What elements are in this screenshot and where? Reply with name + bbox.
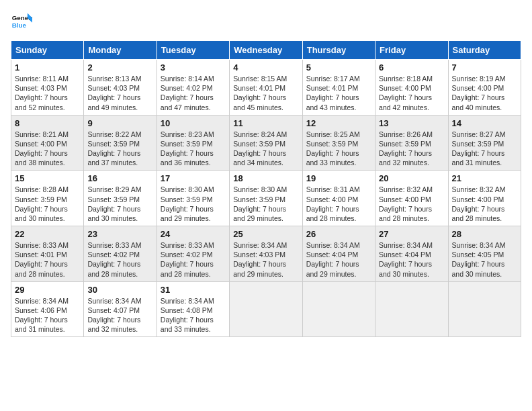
day-info: Sunrise: 8:22 AM Sunset: 3:59 PM Dayligh… <box>87 130 152 168</box>
day-number: 14 <box>452 118 517 128</box>
day-number: 24 <box>161 229 226 239</box>
day-cell-14: 14Sunrise: 8:27 AM Sunset: 3:59 PM Dayli… <box>448 115 521 171</box>
day-header-tuesday: Tuesday <box>157 41 229 60</box>
day-number: 19 <box>306 173 371 183</box>
day-info: Sunrise: 8:31 AM Sunset: 4:00 PM Dayligh… <box>306 185 371 223</box>
day-number: 16 <box>87 173 152 183</box>
day-number: 1 <box>15 62 80 73</box>
day-number: 7 <box>452 62 517 73</box>
day-header-thursday: Thursday <box>302 41 375 60</box>
day-number: 23 <box>87 229 152 239</box>
empty-cell <box>230 281 302 337</box>
day-info: Sunrise: 8:14 AM Sunset: 4:02 PM Dayligh… <box>161 74 226 112</box>
calendar-table: SundayMondayTuesdayWednesdayThursdayFrid… <box>11 40 521 337</box>
day-info: Sunrise: 8:21 AM Sunset: 4:00 PM Dayligh… <box>15 130 80 168</box>
day-header-friday: Friday <box>375 41 448 60</box>
day-info: Sunrise: 8:34 AM Sunset: 4:04 PM Dayligh… <box>379 240 444 279</box>
week-row-1: 1Sunrise: 8:11 AM Sunset: 4:03 PM Daylig… <box>11 60 521 116</box>
day-cell-25: 25Sunrise: 8:34 AM Sunset: 4:03 PM Dayli… <box>230 226 302 282</box>
day-info: Sunrise: 8:25 AM Sunset: 3:59 PM Dayligh… <box>306 130 371 168</box>
day-cell-22: 22Sunrise: 8:33 AM Sunset: 4:01 PM Dayli… <box>11 226 84 282</box>
day-number: 18 <box>233 173 298 183</box>
day-info: Sunrise: 8:34 AM Sunset: 4:07 PM Dayligh… <box>87 296 152 334</box>
day-info: Sunrise: 8:33 AM Sunset: 4:02 PM Dayligh… <box>87 240 152 279</box>
day-info: Sunrise: 8:17 AM Sunset: 4:01 PM Dayligh… <box>306 74 371 112</box>
day-info: Sunrise: 8:28 AM Sunset: 3:59 PM Dayligh… <box>15 185 80 223</box>
day-info: Sunrise: 8:19 AM Sunset: 4:00 PM Dayligh… <box>452 74 517 112</box>
day-number: 11 <box>233 118 298 128</box>
day-number: 25 <box>233 229 298 239</box>
day-cell-11: 11Sunrise: 8:24 AM Sunset: 3:59 PM Dayli… <box>230 115 302 171</box>
day-cell-31: 31Sunrise: 8:34 AM Sunset: 4:08 PM Dayli… <box>157 281 229 337</box>
day-info: Sunrise: 8:26 AM Sunset: 3:59 PM Dayligh… <box>379 130 444 168</box>
day-info: Sunrise: 8:34 AM Sunset: 4:06 PM Dayligh… <box>15 296 80 334</box>
day-cell-23: 23Sunrise: 8:33 AM Sunset: 4:02 PM Dayli… <box>84 226 157 282</box>
day-cell-21: 21Sunrise: 8:32 AM Sunset: 4:00 PM Dayli… <box>448 171 521 226</box>
day-number: 5 <box>306 62 371 73</box>
day-cell-2: 2Sunrise: 8:13 AM Sunset: 4:03 PM Daylig… <box>84 60 157 116</box>
day-cell-19: 19Sunrise: 8:31 AM Sunset: 4:00 PM Dayli… <box>302 171 375 226</box>
day-number: 26 <box>306 229 371 239</box>
day-number: 4 <box>233 62 298 73</box>
day-cell-3: 3Sunrise: 8:14 AM Sunset: 4:02 PM Daylig… <box>157 60 229 116</box>
day-cell-12: 12Sunrise: 8:25 AM Sunset: 3:59 PM Dayli… <box>302 115 375 171</box>
day-info: Sunrise: 8:30 AM Sunset: 3:59 PM Dayligh… <box>161 185 226 223</box>
day-cell-15: 15Sunrise: 8:28 AM Sunset: 3:59 PM Dayli… <box>11 171 84 226</box>
day-info: Sunrise: 8:32 AM Sunset: 4:00 PM Dayligh… <box>379 185 444 223</box>
day-info: Sunrise: 8:24 AM Sunset: 3:59 PM Dayligh… <box>233 130 298 168</box>
day-number: 8 <box>15 118 80 128</box>
day-cell-9: 9Sunrise: 8:22 AM Sunset: 3:59 PM Daylig… <box>84 115 157 171</box>
day-number: 13 <box>379 118 444 128</box>
day-cell-6: 6Sunrise: 8:18 AM Sunset: 4:00 PM Daylig… <box>375 60 448 116</box>
day-info: Sunrise: 8:34 AM Sunset: 4:08 PM Dayligh… <box>161 296 226 334</box>
week-row-5: 29Sunrise: 8:34 AM Sunset: 4:06 PM Dayli… <box>11 281 521 337</box>
day-cell-13: 13Sunrise: 8:26 AM Sunset: 3:59 PM Dayli… <box>375 115 448 171</box>
logo-icon: General Blue <box>11 11 32 32</box>
day-header-sunday: Sunday <box>11 41 84 60</box>
week-row-2: 8Sunrise: 8:21 AM Sunset: 4:00 PM Daylig… <box>11 115 521 171</box>
empty-cell <box>302 281 375 337</box>
day-cell-4: 4Sunrise: 8:15 AM Sunset: 4:01 PM Daylig… <box>230 60 302 116</box>
day-info: Sunrise: 8:33 AM Sunset: 4:02 PM Dayligh… <box>161 240 226 279</box>
day-cell-16: 16Sunrise: 8:29 AM Sunset: 3:59 PM Dayli… <box>84 171 157 226</box>
svg-text:Blue: Blue <box>12 21 27 29</box>
day-number: 10 <box>161 118 226 128</box>
day-cell-10: 10Sunrise: 8:23 AM Sunset: 3:59 PM Dayli… <box>157 115 229 171</box>
day-info: Sunrise: 8:33 AM Sunset: 4:01 PM Dayligh… <box>15 240 80 279</box>
day-cell-26: 26Sunrise: 8:34 AM Sunset: 4:04 PM Dayli… <box>302 226 375 282</box>
day-cell-30: 30Sunrise: 8:34 AM Sunset: 4:07 PM Dayli… <box>84 281 157 337</box>
day-cell-28: 28Sunrise: 8:34 AM Sunset: 4:05 PM Dayli… <box>448 226 521 282</box>
day-header-monday: Monday <box>84 41 157 60</box>
day-cell-8: 8Sunrise: 8:21 AM Sunset: 4:00 PM Daylig… <box>11 115 84 171</box>
week-row-4: 22Sunrise: 8:33 AM Sunset: 4:01 PM Dayli… <box>11 226 521 282</box>
day-number: 21 <box>452 173 517 183</box>
day-info: Sunrise: 8:11 AM Sunset: 4:03 PM Dayligh… <box>15 74 80 112</box>
day-cell-29: 29Sunrise: 8:34 AM Sunset: 4:06 PM Dayli… <box>11 281 84 337</box>
logo: General Blue <box>11 11 32 32</box>
day-cell-27: 27Sunrise: 8:34 AM Sunset: 4:04 PM Dayli… <box>375 226 448 282</box>
calendar-header-row: SundayMondayTuesdayWednesdayThursdayFrid… <box>11 41 521 60</box>
day-number: 29 <box>15 285 80 295</box>
day-number: 31 <box>161 285 226 295</box>
day-number: 6 <box>379 62 444 73</box>
day-number: 9 <box>87 118 152 128</box>
week-row-3: 15Sunrise: 8:28 AM Sunset: 3:59 PM Dayli… <box>11 171 521 226</box>
day-cell-17: 17Sunrise: 8:30 AM Sunset: 3:59 PM Dayli… <box>157 171 229 226</box>
day-cell-1: 1Sunrise: 8:11 AM Sunset: 4:03 PM Daylig… <box>11 60 84 116</box>
day-info: Sunrise: 8:23 AM Sunset: 3:59 PM Dayligh… <box>161 130 226 168</box>
page-header: General Blue <box>11 11 521 32</box>
day-cell-5: 5Sunrise: 8:17 AM Sunset: 4:01 PM Daylig… <box>302 60 375 116</box>
day-info: Sunrise: 8:30 AM Sunset: 3:59 PM Dayligh… <box>233 185 298 223</box>
empty-cell <box>375 281 448 337</box>
day-info: Sunrise: 8:27 AM Sunset: 3:59 PM Dayligh… <box>452 130 517 168</box>
day-number: 17 <box>161 173 226 183</box>
day-cell-24: 24Sunrise: 8:33 AM Sunset: 4:02 PM Dayli… <box>157 226 229 282</box>
day-number: 12 <box>306 118 371 128</box>
day-number: 27 <box>379 229 444 239</box>
day-number: 3 <box>161 62 226 73</box>
day-cell-20: 20Sunrise: 8:32 AM Sunset: 4:00 PM Dayli… <box>375 171 448 226</box>
day-info: Sunrise: 8:34 AM Sunset: 4:04 PM Dayligh… <box>306 240 371 279</box>
day-info: Sunrise: 8:29 AM Sunset: 3:59 PM Dayligh… <box>87 185 152 223</box>
day-cell-18: 18Sunrise: 8:30 AM Sunset: 3:59 PM Dayli… <box>230 171 302 226</box>
day-info: Sunrise: 8:18 AM Sunset: 4:00 PM Dayligh… <box>379 74 444 112</box>
